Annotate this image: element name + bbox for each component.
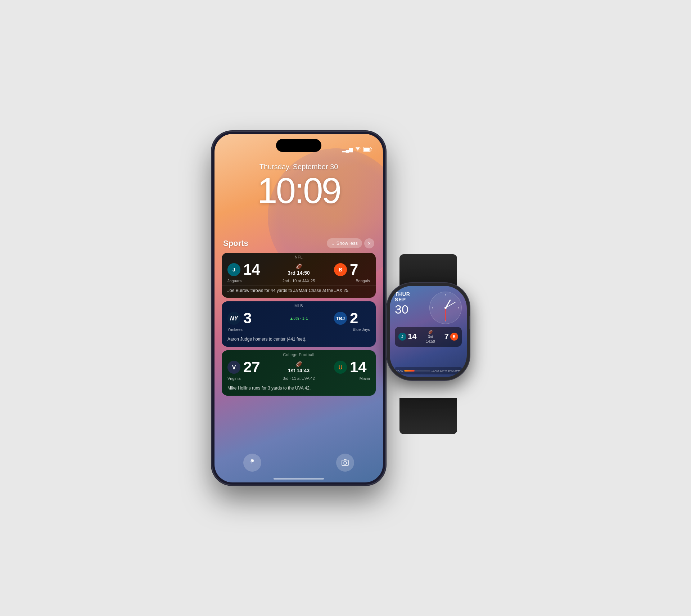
timeline-bar [404, 370, 431, 372]
timeline-progress [404, 370, 415, 372]
college-score-row: V 27 🏈 1st 14:43 14 [222, 358, 376, 376]
college-team2: 14 U [334, 360, 370, 375]
widget-section: Sports ⌄ Show less × NFL [214, 238, 383, 482]
nfl-game-center: 🏈 3rd 14:50 [263, 264, 334, 276]
close-widget-button[interactable]: × [364, 238, 374, 248]
watch-game-icon: 🏈 [428, 330, 433, 334]
nfl-team1: J 14 [227, 262, 263, 277]
mlb-card: MLB NY 3 ▲6th · 1-1 [222, 301, 376, 347]
lockscreen-content: Thursday, September 30 10:09 [214, 156, 383, 219]
watch-sport-widget: J 14 🏈 3rd 14:50 7 B [395, 327, 462, 347]
watch-date-num: 30 [395, 303, 410, 315]
bluejays-score: 2 [350, 311, 358, 326]
iphone-screen: ▂▄▆ [214, 134, 383, 482]
bengals-logo: B [334, 263, 347, 276]
nfl-period: 3rd 14:50 [288, 270, 310, 276]
college-period: 1st 14:43 [288, 368, 310, 373]
nfl-play: Joe Burrow throws for 44 yards to Ja'Mar… [222, 285, 376, 298]
watch-team2: 7 B [444, 332, 458, 341]
football-icon: 🏈 [296, 264, 302, 269]
watch-timeline: NOW 11AM 12PM 1PM 2PM [395, 367, 462, 374]
home-indicator [274, 478, 324, 480]
iphone-device: ▂▄▆ [212, 132, 385, 485]
miami-name: Miami [341, 376, 370, 381]
timeline-now: NOW [396, 369, 403, 372]
svg-rect-2 [363, 148, 370, 151]
mlb-team1: NY 3 [227, 311, 263, 326]
wifi-icon [355, 147, 361, 152]
bluejays-name: Blue Jays [341, 327, 370, 332]
apple-watch: THUR SEP 30 [378, 283, 479, 405]
clock-face [429, 292, 462, 324]
flashlight-button[interactable] [243, 454, 261, 472]
show-less-label: Show less [337, 240, 358, 246]
watch-clock [429, 292, 462, 324]
timeline-2pm: 2PM [455, 369, 460, 372]
svg-text:TBJ: TBJ [336, 316, 345, 321]
watch-game-info: 🏈 3rd 14:50 [426, 330, 435, 344]
mlb-play: Aaron Judge homers to center (441 feet). [222, 334, 376, 347]
status-icons: ▂▄▆ [342, 147, 372, 153]
svg-text:B: B [339, 267, 342, 273]
svg-text:NY: NY [230, 315, 239, 322]
battery-icon [363, 147, 372, 153]
mlb-team-names: Yankees Blue Jays [222, 327, 376, 334]
yankees-score: 3 [243, 311, 252, 326]
iphone-bottom-controls [214, 454, 383, 472]
widget-controls: ⌄ Show less × [327, 238, 374, 248]
clock-center [444, 307, 447, 309]
watch-top-row: THUR SEP 30 [395, 292, 462, 324]
watch-game-time: 14:50 [426, 339, 435, 344]
lockscreen-date: Thursday, September 30 [225, 163, 372, 171]
show-less-button[interactable]: ⌄ Show less [327, 238, 362, 248]
watch-jaguars-logo: J [398, 333, 406, 341]
bluejays-logo: TBJ [334, 312, 347, 325]
college-game-center: 🏈 1st 14:43 [263, 361, 334, 373]
widget-header: Sports ⌄ Show less × [222, 238, 376, 248]
watch-team1-score: 14 [408, 332, 416, 341]
watch-content: THUR SEP 30 [390, 286, 467, 377]
timeline-12pm: 12PM [439, 369, 447, 372]
watch-month: SEP [395, 297, 410, 302]
college-team-names: Virginia 3rd · 11 at UVA 42 Miami [222, 376, 376, 383]
yankees-name: Yankees [227, 327, 256, 332]
nfl-down: 2nd · 10 at JAX 25 [283, 279, 315, 283]
college-football-icon: 🏈 [296, 361, 302, 367]
watch-team2-score: 7 [444, 332, 449, 341]
jaguars-score: 14 [243, 262, 260, 277]
svg-point-0 [357, 150, 358, 151]
nfl-card: NFL J 14 🏈 [222, 253, 376, 298]
camera-button[interactable] [336, 454, 354, 472]
watch-date-info: THUR SEP 30 [395, 292, 410, 316]
bengals-name: Bengals [341, 279, 370, 283]
svg-text:J: J [232, 267, 235, 273]
virginia-name: Virginia [227, 376, 256, 381]
svg-point-16 [344, 462, 347, 464]
nfl-league-label: NFL [222, 253, 376, 261]
virginia-logo: V [227, 361, 240, 374]
mlb-score-row: NY 3 ▲6th · 1-1 2 [222, 309, 376, 327]
nfl-team-names: Jaguars 2nd · 10 at JAX 25 Bengals [222, 279, 376, 285]
yankees-logo: NY [227, 312, 240, 325]
watch-team1: J 14 [398, 332, 416, 341]
college-team1: V 27 [227, 360, 263, 375]
nfl-score-row: J 14 🏈 3rd 14:50 7 [222, 261, 376, 279]
college-down: 3rd · 11 at UVA 42 [283, 376, 315, 381]
mlb-team2: 2 TBJ [334, 311, 370, 326]
miami-score: 14 [350, 360, 367, 375]
svg-marker-15 [250, 459, 254, 462]
watch-case: THUR SEP 30 [387, 283, 470, 380]
jaguars-logo: J [227, 263, 240, 276]
watch-period: 3rd [426, 334, 435, 339]
svg-text:U: U [338, 364, 343, 370]
college-play: Mike Hollins runs for 3 yards to the UVA… [222, 383, 376, 396]
watch-score-row: J 14 🏈 3rd 14:50 7 B [398, 330, 458, 344]
lockscreen-time: 10:09 [225, 172, 372, 208]
bengals-score: 7 [350, 262, 358, 277]
svg-text:V: V [232, 364, 236, 370]
timeline-1pm: 1PM [448, 369, 453, 372]
signal-icon: ▂▄▆ [342, 147, 353, 152]
virginia-score: 27 [243, 360, 260, 375]
jaguars-name: Jaguars [227, 279, 256, 283]
mlb-game-center: ▲6th · 1-1 [263, 316, 334, 320]
